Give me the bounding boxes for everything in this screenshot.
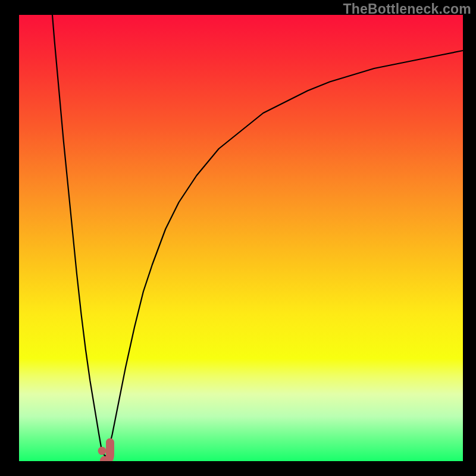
chart-plot-area <box>19 15 463 461</box>
watermark-text: TheBottleneck.com <box>343 1 471 17</box>
chart-svg <box>19 15 463 461</box>
optimum-dot-marker <box>98 447 107 455</box>
chart-frame: TheBottleneck.com <box>0 0 476 476</box>
gradient-background <box>19 15 463 461</box>
